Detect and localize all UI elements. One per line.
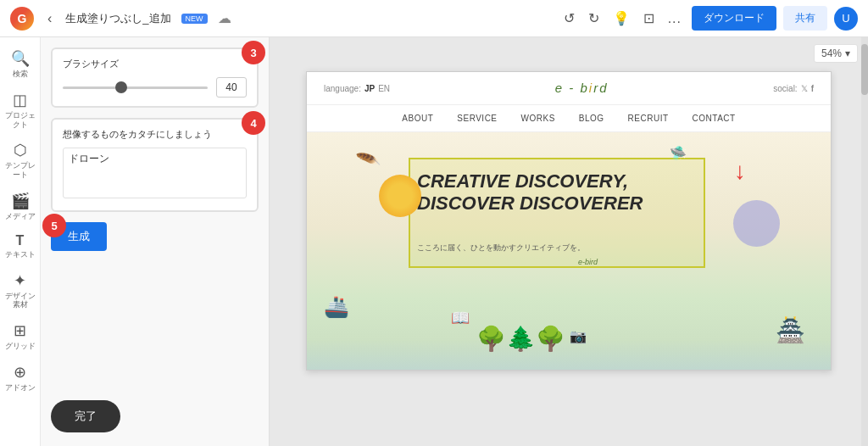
facebook-icon[interactable]: f	[811, 84, 814, 93]
avatar: U	[834, 7, 858, 31]
template-icon: ⬡	[14, 141, 27, 159]
sun-decoration	[379, 175, 421, 217]
brush-row: 40	[63, 77, 247, 98]
brush-size-label: ブラシサイズ	[63, 58, 247, 70]
sidebar-item-design[interactable]: ✦ デザイン素材	[2, 266, 39, 315]
chevron-down-icon[interactable]: ▾	[845, 47, 850, 59]
cloud-icon: ☁	[218, 10, 231, 26]
sidebar-item-text[interactable]: T テキスト	[2, 228, 39, 265]
info-button[interactable]: 💡	[609, 7, 633, 30]
sidebar-item-grid[interactable]: ⊞ グリッド	[2, 316, 39, 356]
brush-value-input[interactable]: 40	[216, 77, 247, 98]
share-button[interactable]: 共有	[783, 6, 827, 31]
imagine-label: 想像するものをカタチにしましょう	[63, 128, 247, 141]
canvas-scrollbar[interactable]	[861, 37, 868, 446]
sidebar-item-label: メディア	[5, 212, 36, 221]
imagine-textarea[interactable]: ドローン	[63, 148, 247, 198]
addon-icon: ⊕	[14, 363, 26, 382]
book-decoration: 📖	[451, 309, 470, 327]
design-icon: ✦	[14, 271, 26, 290]
sidebar-item-project[interactable]: ◫ プロジェクト	[2, 86, 39, 135]
nav-recruit[interactable]: RECRUIT	[628, 114, 669, 123]
text-icon: T	[16, 233, 25, 248]
left-panel: ブラシサイズ 40 3 想像するものをカタチにしましょう ドローン 4 5 生成…	[41, 37, 270, 446]
arrow-decoration: ↓	[734, 158, 746, 185]
hero-logo-small: e-bird	[578, 258, 598, 266]
sidebar-item-addon[interactable]: ⊕ アドオン	[2, 358, 39, 398]
site-nav: language: JP EN e - bird social: 𝕏 f	[307, 72, 831, 105]
step-badge-4: 4	[242, 111, 265, 135]
nav-about[interactable]: ABOUT	[402, 114, 433, 123]
zoom-value: 54%	[821, 47, 842, 59]
done-button[interactable]: 完了	[51, 400, 120, 432]
brush-slider[interactable]	[63, 86, 208, 89]
lang-en[interactable]: EN	[378, 84, 390, 93]
lang-jp[interactable]: JP	[364, 84, 375, 93]
done-section: 完了	[51, 400, 259, 436]
new-badge: NEW	[181, 14, 208, 24]
site-logo: e - bird	[390, 81, 773, 96]
zoom-indicator: 54% ▾	[814, 44, 858, 63]
topbar: G ‹ 生成塗りつぶし_追加 NEW ☁ ↺ ↻ 💡 ⊡ ... ダウンロード …	[0, 0, 868, 37]
sidebar-item-label: テンプレート	[2, 161, 39, 180]
more-button[interactable]: ...	[665, 8, 685, 30]
back-button[interactable]: ‹	[44, 8, 55, 30]
language-label: language:	[324, 84, 361, 93]
circle-decoration	[733, 200, 780, 247]
sidebar-item-label: テキスト	[5, 250, 36, 259]
generate-section: 5 生成	[51, 222, 259, 251]
main-layout: 🔍 検索 ◫ プロジェクト ⬡ テンプレート 🎬 メディア T テキスト ✦ デ…	[0, 37, 868, 446]
hero-text-main: CREATIVE DISCOVERY, DISCOVER DISCOVERER	[417, 170, 643, 215]
nav-service[interactable]: SERVICE	[457, 114, 497, 123]
website-mockup: language: JP EN e - bird social: 𝕏 f ABO…	[306, 71, 832, 371]
download-button[interactable]: ダウンロード	[692, 6, 776, 31]
hero-text-sub: こころに届く、ひとを動かすクリエイティブを。	[417, 243, 585, 254]
site-hero: CREATIVE DISCOVERY, DISCOVER DISCOVERER …	[307, 132, 831, 370]
imagine-section: 想像するものをカタチにしましょう ドローン 4	[51, 118, 259, 212]
ship-decoration: 🚢	[324, 295, 349, 319]
sidebar-item-label: プロジェクト	[2, 111, 39, 130]
share-media-button[interactable]: ⊡	[640, 7, 658, 30]
sidebar-item-label: 検索	[13, 70, 28, 79]
topbar-actions: ↺ ↻ 💡 ⊡ ... ダウンロード 共有 U	[560, 6, 858, 31]
sidebar-item-label: デザイン素材	[2, 292, 39, 310]
sidebar-item-label: アドオン	[5, 383, 36, 393]
site-menu: ABOUT SERVICE WORKS BLOG RECRUIT CONTACT	[307, 105, 831, 132]
nav-works[interactable]: WORKS	[521, 114, 555, 123]
canvas-area: 54% ▾ language: JP EN e - bird social: 𝕏…	[270, 37, 868, 446]
sidebar-icons: 🔍 検索 ◫ プロジェクト ⬡ テンプレート 🎬 メディア T テキスト ✦ デ…	[0, 37, 41, 446]
sidebar-item-media[interactable]: 🎬 メディア	[2, 187, 39, 226]
project-icon: ◫	[13, 91, 27, 109]
step-badge-5: 5	[42, 214, 66, 237]
document-title: 生成塗りつぶし_追加	[65, 11, 170, 26]
grid-icon: ⊞	[14, 321, 26, 340]
media-icon: 🎬	[11, 192, 30, 210]
hero-background: CREATIVE DISCOVERY, DISCOVER DISCOVERER …	[307, 132, 831, 370]
redo-button[interactable]: ↻	[585, 7, 603, 30]
brush-size-section: ブラシサイズ 40 3	[51, 47, 259, 108]
nav-contact[interactable]: CONTACT	[693, 114, 736, 123]
sidebar-item-search[interactable]: 🔍 検索	[2, 44, 39, 84]
twitter-icon[interactable]: 𝕏	[801, 84, 808, 93]
airship-decoration: 🛸	[670, 145, 687, 161]
sidebar-item-template[interactable]: ⬡ テンプレート	[2, 136, 39, 185]
step-badge-3: 3	[242, 41, 265, 64]
social-label: social:	[773, 84, 797, 93]
undo-button[interactable]: ↺	[560, 7, 578, 30]
sidebar-item-label: グリッド	[5, 342, 36, 351]
app-logo: G	[10, 7, 34, 31]
scrollbar-thumb[interactable]	[861, 44, 868, 95]
search-icon: 🔍	[11, 49, 30, 68]
nav-blog[interactable]: BLOG	[579, 114, 604, 123]
water-decoration	[307, 340, 831, 370]
